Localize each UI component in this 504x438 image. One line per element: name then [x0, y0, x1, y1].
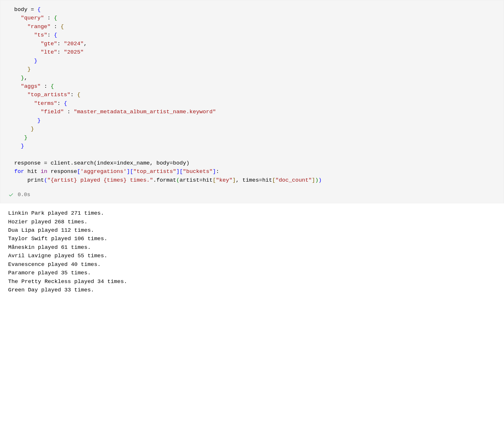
output-line: The Pretty Reckless played 34 times. [8, 278, 127, 285]
code-token: : [47, 32, 54, 38]
code-token: for [14, 168, 24, 175]
code-token: } [21, 143, 24, 149]
code-token: ( [176, 177, 180, 183]
code-token: "key" [216, 177, 233, 183]
code-block[interactable]: body = { "query" : { "range" : { "ts": {… [8, 6, 496, 185]
output-line: Evanescence played 40 times. [8, 261, 101, 268]
code-token: ] [312, 177, 315, 183]
code-token: "field" [41, 109, 64, 115]
code-token: 'aggregations' [80, 168, 127, 175]
code-token: } [34, 58, 37, 64]
code-token: , [24, 75, 27, 81]
code-token: "2025" [64, 49, 84, 55]
code-token: in [41, 168, 47, 175]
code-token: : [57, 41, 64, 47]
code-token: "master_metadata_album_artist_name.keywo… [74, 109, 216, 115]
code-token: { [77, 92, 80, 98]
code-token: : [64, 109, 74, 115]
code-token: "buckets" [183, 168, 213, 175]
code-token: : [57, 49, 64, 55]
code-token: { [54, 32, 57, 38]
code-token: { [61, 23, 64, 30]
output-line: Green Day played 33 times. [8, 287, 94, 293]
code-token: } [37, 117, 41, 124]
code-token: "doc_count" [275, 177, 312, 183]
code-token: = [28, 6, 37, 13]
output-line: Avril Lavigne played 55 times. [8, 253, 107, 259]
code-token: .format [153, 177, 176, 183]
code-token: hit [24, 168, 41, 175]
code-token: "top_artists" [28, 92, 70, 98]
code-token: artist=hit [180, 177, 213, 183]
code-token: ) [315, 177, 318, 183]
code-token: "top_artists" [133, 168, 176, 175]
code-token: } [24, 134, 27, 141]
code-token: , [84, 41, 87, 47]
code-token: body [14, 6, 28, 13]
code-token: ] [127, 168, 130, 175]
output-line: Måneskin played 61 times. [8, 244, 91, 251]
code-token: ( [44, 177, 47, 183]
code-token: : [44, 15, 54, 21]
code-token: [ [180, 168, 183, 175]
code-token: [ [130, 168, 133, 175]
code-token: , times=hit [236, 177, 272, 183]
code-token: } [21, 75, 24, 81]
code-cell[interactable]: body = { "query" : { "range" : { "ts": {… [0, 0, 504, 203]
code-token: "2024" [64, 41, 84, 47]
code-token: "query" [21, 15, 44, 21]
execution-status: 0.0s [8, 185, 496, 199]
code-token: response [47, 168, 77, 175]
code-token: ] [176, 168, 180, 175]
code-token: { [37, 6, 41, 13]
execution-time: 0.0s [18, 191, 30, 199]
code-token: [ [272, 177, 275, 183]
code-token: [ [213, 177, 216, 183]
output-line: Paramore played 35 times. [8, 270, 91, 276]
output-cell: Linkin Park played 271 times. Hozier pla… [0, 203, 504, 300]
code-token: [ [77, 168, 80, 175]
code-token: "lte" [41, 49, 57, 55]
code-token: } [31, 126, 34, 132]
code-token: print [28, 177, 44, 183]
check-icon [8, 192, 14, 198]
code-token: : [41, 83, 50, 90]
code-token: : [57, 100, 64, 107]
code-token: "range" [28, 23, 51, 30]
code-token: "{artist} played {times} times." [47, 177, 153, 183]
code-token: "aggs" [21, 83, 41, 90]
code-token: { [50, 83, 54, 90]
output-line: Linkin Park played 271 times. [8, 210, 104, 216]
code-token: "ts" [34, 32, 47, 38]
output-line: Hozier played 268 times. [8, 219, 88, 225]
output-line: Dua Lipa played 112 times. [8, 227, 94, 233]
code-token: "terms" [34, 100, 57, 107]
code-token: ] [213, 168, 216, 175]
output-line: Taylor Swift played 106 times. [8, 236, 107, 242]
code-token: { [54, 15, 57, 21]
code-token: : [50, 23, 60, 30]
code-token: } [28, 66, 31, 72]
code-token: : [70, 92, 77, 98]
code-token: : [216, 168, 219, 175]
code-token: { [64, 100, 67, 107]
code-token: ) [318, 177, 322, 183]
code-token: "gte" [41, 41, 57, 47]
code-line: response = client.search(index=index_nam… [14, 160, 189, 166]
code-token: ] [233, 177, 236, 183]
